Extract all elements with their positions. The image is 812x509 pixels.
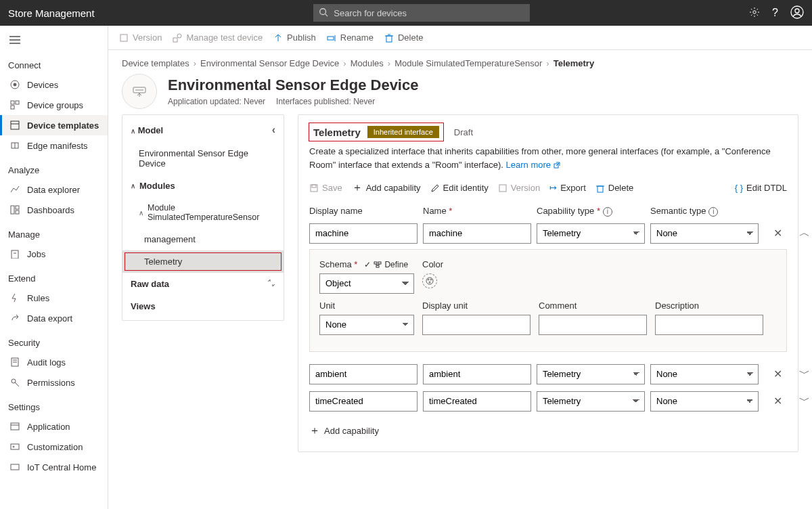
sidenav-item-data-explorer[interactable]: Data explorer bbox=[0, 179, 108, 200]
svg-line-1 bbox=[325, 14, 328, 17]
cmd-publish[interactable]: Publish bbox=[273, 32, 316, 43]
tbtn-save[interactable]: Save bbox=[309, 183, 342, 193]
tree-node-telemetry[interactable]: Telemetry bbox=[122, 250, 284, 273]
name-input[interactable] bbox=[423, 391, 531, 412]
crumb-1[interactable]: Environmental Sensor Edge Device bbox=[200, 58, 339, 68]
semantic-type-select[interactable]: None bbox=[650, 391, 759, 412]
sidenav-item-application[interactable]: Application bbox=[0, 416, 108, 437]
crumb-0[interactable]: Device templates bbox=[122, 58, 189, 68]
define-link[interactable]: ✓ Define bbox=[364, 260, 408, 269]
tbtn-label: Save bbox=[322, 183, 342, 193]
sidenav-item-device-groups[interactable]: Device groups bbox=[0, 95, 108, 115]
svg-point-58 bbox=[430, 279, 432, 280]
svg-rect-18 bbox=[16, 206, 19, 209]
tree-node-management[interactable]: management bbox=[122, 228, 284, 250]
cmd-version[interactable]: Version bbox=[119, 32, 162, 43]
tree-node-raw-data[interactable]: Raw data bbox=[122, 273, 284, 295]
expand-row-icon[interactable]: ﹀ bbox=[796, 367, 812, 381]
semantic-type-select[interactable]: None bbox=[650, 223, 759, 244]
display-name-input[interactable] bbox=[309, 223, 418, 244]
tree-node-modules[interactable]: ∧ Modules bbox=[122, 175, 284, 197]
capability-type-select[interactable]: Telemetry bbox=[537, 364, 645, 384]
learn-more-link[interactable]: Learn more bbox=[506, 160, 560, 170]
expand-icon[interactable] bbox=[267, 279, 275, 289]
sidenav-item-data-export[interactable]: Data export bbox=[0, 308, 108, 328]
sidenav-item-edge-manifests[interactable]: Edge manifests bbox=[0, 135, 108, 156]
help-icon[interactable]: ? bbox=[772, 7, 778, 19]
sidenav-section-settings: Settings bbox=[0, 398, 108, 416]
info-icon[interactable]: i bbox=[603, 207, 612, 217]
capability-type-select[interactable]: Telemetry bbox=[537, 391, 645, 412]
name-input[interactable] bbox=[423, 223, 531, 244]
tree-node-esed[interactable]: Environmental Sensor Edge Device bbox=[122, 142, 284, 175]
tbtn-label: Edit DTDL bbox=[746, 183, 787, 193]
svg-rect-20 bbox=[12, 250, 18, 259]
search-input[interactable] bbox=[313, 4, 530, 22]
application-icon bbox=[9, 421, 20, 432]
color-label: Color bbox=[422, 259, 531, 269]
cmd-delete[interactable]: Delete bbox=[384, 32, 424, 43]
sidenav-label: Device groups bbox=[27, 100, 83, 110]
sidenav-item-rules[interactable]: Rules bbox=[0, 288, 108, 308]
comment-input[interactable] bbox=[539, 315, 647, 335]
schema-select[interactable]: Object bbox=[319, 273, 414, 294]
display-name-input[interactable] bbox=[309, 364, 418, 384]
sidenav-item-device-templates[interactable]: Device templates bbox=[0, 115, 108, 135]
name-input[interactable] bbox=[423, 364, 531, 384]
unit-select[interactable]: None bbox=[319, 315, 414, 335]
capability-row: Telemetry None ✕ ︿ bbox=[309, 223, 787, 244]
cmd-label: Publish bbox=[287, 32, 316, 43]
cmd-label: Rename bbox=[340, 32, 374, 43]
sidenav-item-devices[interactable]: Devices bbox=[0, 74, 108, 95]
dashboards-icon bbox=[9, 204, 20, 215]
semantic-type-select[interactable]: None bbox=[650, 364, 759, 384]
remove-capability-icon[interactable]: ✕ bbox=[764, 395, 791, 407]
tbtn-export[interactable]: ↦Export bbox=[549, 183, 586, 193]
svg-point-4 bbox=[795, 9, 799, 13]
info-icon[interactable]: i bbox=[708, 207, 718, 217]
tree-node-module-sts[interactable]: ∧ Module SimulatedTemperatureSensor bbox=[122, 197, 284, 228]
add-capability-button[interactable]: ＋Add capability bbox=[309, 424, 787, 438]
sidenav-item-audit-logs[interactable]: Audit logs bbox=[0, 352, 108, 372]
description-input[interactable] bbox=[655, 315, 763, 335]
settings-icon[interactable] bbox=[749, 7, 760, 20]
sidenav-item-permissions[interactable]: Permissions bbox=[0, 372, 108, 393]
display-unit-input[interactable] bbox=[422, 315, 531, 335]
tbtn-edit-dtdl[interactable]: { } Edit DTDL bbox=[735, 183, 787, 193]
sidenav-item-jobs[interactable]: Jobs bbox=[0, 244, 108, 264]
sidenav-section-connect: Connect bbox=[0, 56, 108, 74]
sidenav-label: IoT Central Home bbox=[27, 462, 96, 472]
expand-row-icon[interactable]: ﹀ bbox=[796, 394, 812, 408]
sidenav-item-customization[interactable]: Customization bbox=[0, 437, 108, 457]
tbtn-version[interactable]: Version bbox=[498, 183, 540, 193]
schema-label: Schema bbox=[319, 259, 357, 269]
cmd-rename[interactable]: Rename bbox=[327, 32, 374, 43]
tree-node-model[interactable]: ∧ Model‹ bbox=[122, 118, 284, 142]
panel-description: Create a specialized interface that inhe… bbox=[309, 145, 787, 171]
tree-node-views[interactable]: Views bbox=[122, 295, 284, 317]
collapse-row-icon[interactable]: ︿ bbox=[796, 226, 812, 240]
cmd-label: Version bbox=[133, 32, 162, 43]
display-name-input[interactable] bbox=[309, 391, 418, 412]
crumb-2[interactable]: Modules bbox=[351, 58, 384, 68]
tbtn-add-capability[interactable]: ＋Add capability bbox=[352, 181, 421, 195]
capability-type-select[interactable]: Telemetry bbox=[537, 223, 645, 244]
sidenav-label: Audit logs bbox=[27, 357, 66, 368]
sidenav-item-dashboards[interactable]: Dashboards bbox=[0, 200, 108, 220]
rules-icon bbox=[9, 292, 20, 303]
crumb-3[interactable]: Module SimulatedTemperatureSensor bbox=[394, 58, 542, 68]
add-capability-label: Add capability bbox=[324, 426, 379, 436]
svg-point-29 bbox=[13, 446, 14, 447]
remove-capability-icon[interactable]: ✕ bbox=[764, 227, 791, 240]
tbtn-delete[interactable]: Delete bbox=[595, 183, 634, 193]
cmd-manage-test-device[interactable]: Manage test device bbox=[173, 32, 263, 43]
chevron-left-icon[interactable]: ‹ bbox=[272, 124, 275, 136]
color-picker[interactable] bbox=[422, 273, 437, 288]
sidenav-item-iot-central-home[interactable]: IoT Central Home bbox=[0, 457, 108, 477]
tbtn-edit-identity[interactable]: Edit identity bbox=[430, 183, 489, 193]
hamburger-icon[interactable] bbox=[0, 31, 108, 51]
remove-capability-icon[interactable]: ✕ bbox=[764, 368, 791, 380]
account-icon[interactable] bbox=[790, 5, 804, 21]
svg-rect-13 bbox=[11, 121, 19, 129]
tree-label: Raw data bbox=[131, 279, 169, 289]
